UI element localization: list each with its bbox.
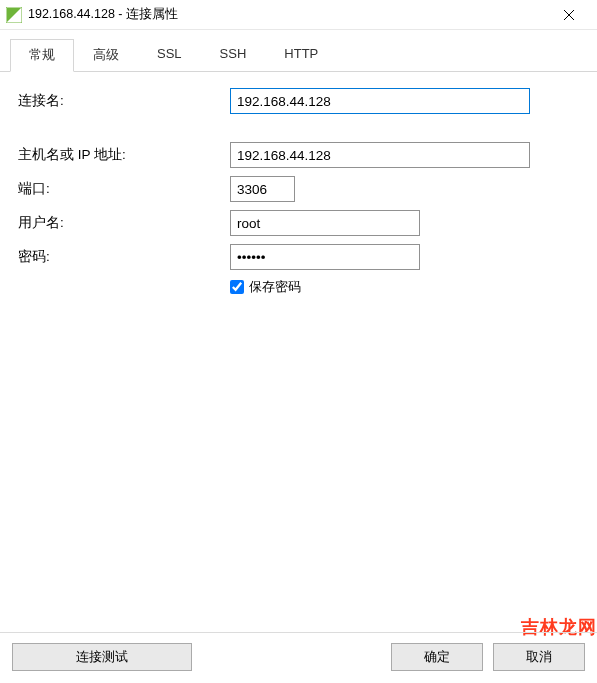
label-host: 主机名或 IP 地址:	[18, 146, 230, 164]
window-title: 192.168.44.128 - 连接属性	[28, 6, 549, 23]
tab-http[interactable]: HTTP	[265, 39, 337, 72]
save-password-label[interactable]: 保存密码	[249, 278, 301, 296]
label-port: 端口:	[18, 180, 230, 198]
tab-general[interactable]: 常规	[10, 39, 74, 72]
dialog-footer: 连接测试 确定 取消	[0, 632, 597, 683]
username-input[interactable]	[230, 210, 420, 236]
cancel-button[interactable]: 取消	[493, 643, 585, 671]
port-input[interactable]	[230, 176, 295, 202]
connection-name-input[interactable]	[230, 88, 530, 114]
tab-ssh[interactable]: SSH	[201, 39, 266, 72]
tab-advanced[interactable]: 高级	[74, 39, 138, 72]
save-password-checkbox[interactable]	[230, 280, 244, 294]
label-password: 密码:	[18, 248, 230, 266]
form-area: 连接名: 主机名或 IP 地址: 端口: 用户名: 密码: 保存密码	[0, 72, 597, 306]
ok-button[interactable]: 确定	[391, 643, 483, 671]
app-icon	[6, 7, 22, 23]
host-input[interactable]	[230, 142, 530, 168]
test-connection-button[interactable]: 连接测试	[12, 643, 192, 671]
password-input[interactable]	[230, 244, 420, 270]
label-connection-name: 连接名:	[18, 92, 230, 110]
tabstrip: 常规 高级 SSL SSH HTTP	[0, 38, 597, 72]
label-username: 用户名:	[18, 214, 230, 232]
tab-ssl[interactable]: SSL	[138, 39, 201, 72]
titlebar: 192.168.44.128 - 连接属性	[0, 0, 597, 30]
close-button[interactable]	[549, 1, 589, 29]
